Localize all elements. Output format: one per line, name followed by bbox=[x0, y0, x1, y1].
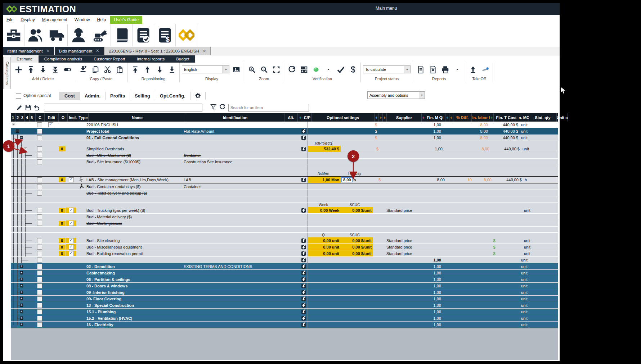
ribbon-move-top-button[interactable] bbox=[130, 64, 140, 75]
menu-file[interactable]: File bbox=[3, 16, 17, 23]
insert-below-icon[interactable] bbox=[301, 177, 306, 182]
header-name[interactable]: Name bbox=[89, 113, 186, 122]
row-checkbox[interactable] bbox=[37, 309, 42, 314]
ribbon-paste-button[interactable] bbox=[114, 64, 125, 75]
table-row[interactable] bbox=[11, 196, 558, 203]
ribbon-move-down-button[interactable] bbox=[154, 64, 165, 75]
table-row[interactable]: –01 - Full General Conditions$1,008,0044… bbox=[11, 135, 558, 141]
item-name[interactable]: Bud - Contingencies bbox=[86, 221, 122, 226]
row-checkbox[interactable] bbox=[37, 316, 42, 321]
table-row[interactable]: –Project totalFlat Rate Amount$1,008,004… bbox=[11, 128, 558, 135]
header-level-2[interactable]: 2 bbox=[15, 113, 20, 122]
header-level-1[interactable]: 1 bbox=[11, 113, 15, 122]
ribbon-zoom-in-button[interactable] bbox=[246, 64, 257, 75]
ribbon-add-button[interactable] bbox=[13, 64, 24, 75]
chevron-down-icon[interactable]: ▼ bbox=[419, 92, 425, 99]
expand-plus-box[interactable]: + bbox=[20, 304, 23, 307]
item-identification[interactable]: EXISTING TERMS AND CONDITIONS bbox=[184, 264, 252, 269]
optional-value[interactable]: 0,00 bbox=[352, 245, 360, 249]
toolbar-worker-button[interactable] bbox=[68, 24, 89, 46]
table-row[interactable]: 0Bud - Trucking (gas per week) ($)0,00 W… bbox=[11, 207, 558, 214]
item-name[interactable]: 09 -Interior finishing bbox=[86, 290, 125, 295]
insert-below-icon[interactable] bbox=[301, 251, 306, 256]
insert-below-icon[interactable] bbox=[301, 258, 306, 263]
table-row[interactable]: QSCUC bbox=[11, 233, 558, 237]
header--[interactable]: + bbox=[445, 113, 449, 122]
header-unit-c[interactable]: Unit c bbox=[557, 113, 568, 122]
header-fin-labor-h[interactable]: Fin. labor H bbox=[472, 113, 490, 122]
optional-value[interactable]: 532,40 bbox=[324, 147, 336, 151]
table-row[interactable] bbox=[11, 227, 558, 233]
row-checkbox[interactable] bbox=[37, 208, 42, 213]
row-checkbox[interactable] bbox=[37, 322, 42, 327]
table-row[interactable]: Bud - Site Insurance ($/1000$)Constructi… bbox=[11, 159, 558, 165]
row-checkbox[interactable] bbox=[37, 159, 42, 164]
view-button-selling[interactable]: Selling bbox=[130, 92, 155, 100]
ribbon-zoom-fit-button[interactable] bbox=[271, 64, 282, 75]
row-checkbox[interactable] bbox=[37, 184, 42, 189]
header--[interactable]: + bbox=[422, 113, 425, 122]
ribbon-printer-button[interactable] bbox=[440, 64, 451, 75]
header-c[interactable]: C bbox=[36, 113, 45, 122]
item-name[interactable]: Project total bbox=[86, 129, 109, 133]
table-row[interactable]: Bud - Material delivery ($) bbox=[11, 214, 558, 220]
insert-below-icon[interactable] bbox=[301, 322, 306, 327]
close-icon[interactable]: ✕ bbox=[96, 49, 99, 53]
option-badge[interactable]: 0 bbox=[59, 238, 66, 243]
insert-below-icon[interactable] bbox=[301, 146, 306, 151]
ribbon-dollar-button[interactable] bbox=[348, 64, 358, 75]
tab-220106eng-rev-0-sce-1-220106-e[interactable]: 220106ENG - Rev. 0 - Sce: 1 : 220106 ENG… bbox=[104, 47, 211, 55]
table-row[interactable]: 0Bud - Site cleaning0,00 unit0,00 $/unit… bbox=[11, 237, 558, 244]
funnel-button[interactable] bbox=[210, 104, 216, 112]
pencil-button[interactable] bbox=[16, 104, 23, 111]
ribbon-move-bottom-button[interactable] bbox=[166, 64, 177, 75]
ribbon-takeoff-logo-button[interactable] bbox=[480, 64, 490, 75]
insert-below-icon[interactable] bbox=[301, 296, 306, 301]
header-fin-t-cost[interactable]: Fin. T Cost bbox=[494, 113, 519, 122]
ribbon-zoom-out-button[interactable] bbox=[259, 64, 269, 75]
insert-below-icon[interactable] bbox=[301, 290, 306, 295]
table-row[interactable]: 0Bud - Contingencies bbox=[11, 220, 558, 227]
table-row[interactable]: Bud - Container rental days ($)Container bbox=[11, 183, 558, 190]
settings-gear-button[interactable] bbox=[190, 92, 206, 100]
insert-below-icon[interactable] bbox=[301, 264, 306, 269]
item-name[interactable]: 02 - Demolition bbox=[86, 264, 115, 269]
ribbon-takeoff-upload-button[interactable] bbox=[467, 64, 478, 75]
item-name[interactable]: Bud - Other Container ($) bbox=[86, 153, 131, 158]
include-checkbox[interactable] bbox=[69, 245, 74, 250]
item-name[interactable]: 06 - Partition & ceilings bbox=[86, 277, 130, 282]
tab-bids-management[interactable]: Bids management✕ bbox=[55, 47, 104, 55]
subtab-estimate[interactable]: Estimate bbox=[11, 55, 39, 63]
header-o[interactable]: O bbox=[59, 113, 68, 122]
item-name[interactable]: Bud - Site cleaning bbox=[86, 238, 120, 243]
table-row[interactable]: NoMenHrs/Day bbox=[11, 171, 558, 176]
expand-plus-box[interactable]: + bbox=[20, 323, 23, 326]
subtab-customer-report[interactable]: Customer Report bbox=[88, 55, 131, 63]
toolbar-users-button[interactable] bbox=[24, 24, 46, 46]
header--[interactable]: + bbox=[383, 113, 387, 122]
insert-below-icon[interactable] bbox=[301, 309, 306, 314]
table-row[interactable]: TotProject$ bbox=[11, 141, 558, 146]
include-checkbox[interactable] bbox=[69, 251, 74, 256]
undo-button[interactable] bbox=[33, 104, 40, 111]
item-name[interactable]: Bud - Material delivery ($) bbox=[86, 215, 132, 219]
header--[interactable]: + bbox=[375, 113, 379, 122]
table-row[interactable]: 1,00unit bbox=[11, 257, 558, 263]
item-name[interactable]: Bud - Site Insurance ($/1000$) bbox=[86, 160, 140, 164]
option-badge[interactable]: 0 bbox=[59, 208, 66, 213]
toolbar-estimation-logo-yellow-button[interactable] bbox=[176, 24, 197, 46]
item-name[interactable]: 16 - Electricity bbox=[86, 323, 113, 327]
item-name[interactable]: 09- Floor Covering bbox=[86, 297, 121, 301]
include-checkbox[interactable] bbox=[69, 208, 74, 213]
insert-below-icon[interactable] bbox=[301, 283, 306, 288]
header--[interactable]: + bbox=[298, 113, 303, 122]
table-row[interactable]: Bud - Other Container ($)Container bbox=[11, 152, 558, 159]
ribbon-select-project-status[interactable]: To calculate▼ bbox=[363, 65, 411, 73]
menu-help[interactable]: Help bbox=[93, 16, 109, 23]
assembly-options-dropdown[interactable]: Assembly and options ▼ bbox=[367, 91, 425, 99]
toolbar-book-button[interactable] bbox=[111, 24, 133, 46]
table-row[interactable]: 0Bud - Miscellaneous equipment0,00 unit0… bbox=[11, 244, 558, 250]
row-checkbox[interactable] bbox=[37, 177, 42, 182]
ribbon-caret-down-sm-button[interactable] bbox=[452, 64, 463, 75]
search-input[interactable] bbox=[229, 105, 309, 110]
